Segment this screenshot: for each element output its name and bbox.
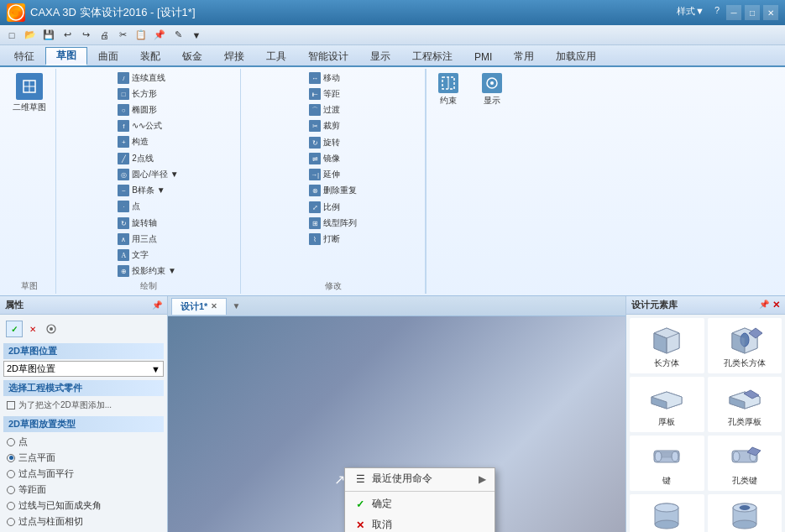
continuous-line-btn[interactable]: / 连续直线 bbox=[114, 70, 181, 86]
rotate-icon: ↻ bbox=[309, 137, 321, 149]
construct-btn[interactable]: + 构造 bbox=[114, 134, 181, 149]
help-icon[interactable]: ? bbox=[711, 5, 723, 20]
design-item-cylinder[interactable]: 圆柱体 bbox=[630, 494, 704, 532]
rectangle-btn[interactable]: □ 长方形 bbox=[114, 86, 181, 102]
bspline-btn[interactable]: ~ B样条 ▼ bbox=[114, 183, 181, 198]
right-panel-pin[interactable]: 📌 bbox=[759, 300, 769, 310]
tab-caotu[interactable]: 草图 bbox=[45, 47, 87, 65]
copy-button[interactable]: 📋 bbox=[133, 27, 149, 44]
array-icon: ⊞ bbox=[309, 217, 321, 229]
ellipse-btn[interactable]: ○ 椭圆形 bbox=[114, 102, 181, 117]
transit-icon: ⌒ bbox=[309, 104, 321, 116]
app-title: CAXA 3D 实体设计2016 - [设计1*] bbox=[30, 5, 196, 20]
transit-btn[interactable]: ⌒ 过渡 bbox=[306, 102, 360, 117]
3point-btn[interactable]: ∧ 用三点 bbox=[114, 232, 181, 247]
position-section[interactable]: 2D草图位置 bbox=[3, 343, 164, 359]
customize-quick-button[interactable]: ▼ bbox=[188, 27, 205, 44]
point-btn[interactable]: · 点 bbox=[114, 199, 181, 214]
tab-hanjie[interactable]: 焊接 bbox=[213, 47, 255, 65]
tab-zhineng[interactable]: 智能设计 bbox=[297, 47, 359, 65]
tab-xianshi[interactable]: 显示 bbox=[359, 47, 401, 65]
extend-icon: →| bbox=[309, 169, 321, 180]
constraint-main-btn[interactable]: 约束 bbox=[432, 70, 465, 109]
display-main-btn[interactable]: 显示 bbox=[475, 70, 509, 109]
menu-ok[interactable]: ✓ 确定 bbox=[345, 493, 495, 514]
tab-changyong[interactable]: 常用 bbox=[503, 47, 545, 65]
formula-btn[interactable]: f ∿∿公式 bbox=[114, 118, 181, 133]
mirror-btn[interactable]: ⇌ 镜像 bbox=[306, 151, 360, 166]
select-part-section[interactable]: 选择工程模式零件 bbox=[3, 380, 164, 396]
minimize-button[interactable]: ─ bbox=[726, 5, 741, 20]
tab-qumian[interactable]: 曲面 bbox=[87, 47, 129, 65]
rotate-axis-btn[interactable]: ↻ 旋转轴 bbox=[114, 216, 181, 231]
cut-button[interactable]: ✂ bbox=[114, 27, 131, 44]
select-button[interactable]: ✎ bbox=[170, 27, 186, 44]
prop-toolbar: ✓ ✕ bbox=[3, 318, 164, 340]
print-button[interactable]: 🖨 bbox=[96, 27, 113, 44]
constraint-content: 约束 bbox=[432, 70, 465, 292]
undo-button[interactable]: ↩ bbox=[59, 27, 76, 44]
confirm-btn[interactable]: ✓ bbox=[6, 321, 23, 337]
equidist-btn[interactable]: ⫦ 等距 bbox=[306, 86, 360, 102]
position-dropdown[interactable]: 2D草图位置 ▼ bbox=[3, 361, 164, 377]
tab-tezheng[interactable]: 特征 bbox=[3, 47, 45, 65]
tab-close-btn[interactable]: ✕ bbox=[211, 302, 217, 310]
move-btn[interactable]: ↔ 移动 bbox=[306, 70, 360, 86]
radio-3pt[interactable] bbox=[7, 454, 15, 462]
tab-dropdown-arrow[interactable]: ▼ bbox=[232, 301, 240, 310]
design-item-plate[interactable]: 厚板 bbox=[630, 377, 704, 432]
design-item-plate-hole[interactable]: 孔类厚板 bbox=[708, 377, 782, 432]
notice-checkbox[interactable] bbox=[7, 401, 15, 409]
tab-jiazai[interactable]: 加载应用 bbox=[545, 47, 607, 65]
save-button[interactable]: 💾 bbox=[40, 27, 57, 44]
2point-line-btn[interactable]: ╱ 2点线 bbox=[114, 151, 181, 166]
design-item-key-hole[interactable]: 孔类键 bbox=[708, 436, 782, 491]
tab-design1[interactable]: 设计1* ✕ bbox=[171, 298, 227, 315]
paste-button[interactable]: 📌 bbox=[151, 27, 168, 44]
design-item-key[interactable]: 键 bbox=[630, 436, 704, 491]
open-button[interactable]: 📂 bbox=[22, 27, 39, 44]
arrow-icon: ▶ bbox=[479, 473, 486, 485]
scale-btn[interactable]: ⤢ 比例 bbox=[306, 200, 360, 215]
center-area: 设计1* ✕ ▼ ☰ 最近使用命令 ▶ ✓ 确定 bbox=[168, 296, 625, 532]
modify-row-3: ⤢ 比例 ⊞ 线型阵列 ⌇ 打断 bbox=[306, 200, 360, 247]
maximize-button[interactable]: □ bbox=[745, 5, 760, 20]
design-item-cube-hole[interactable]: 孔类长方体 bbox=[708, 318, 782, 373]
ribbon-group-display: 显示 bbox=[470, 69, 514, 294]
2d-sketch-button[interactable]: 二维草图 bbox=[8, 70, 50, 279]
rotate-btn[interactable]: ↻ 旋转 bbox=[306, 135, 360, 150]
redo-button[interactable]: ↪ bbox=[77, 27, 94, 44]
right-panel-close[interactable]: ✕ bbox=[772, 300, 780, 310]
design-item-cube[interactable]: 长方体 bbox=[630, 318, 704, 373]
radio-parallel[interactable] bbox=[7, 470, 15, 478]
extend-btn[interactable]: →| 延伸 bbox=[306, 167, 360, 182]
placement-section[interactable]: 2D草图放置类型 bbox=[3, 416, 164, 432]
array-btn[interactable]: ⊞ 线型阵列 bbox=[306, 216, 360, 231]
proj-constraint-btn[interactable]: ⊕ 投影约束 ▼ bbox=[114, 263, 181, 279]
radio-equidist[interactable] bbox=[7, 486, 15, 494]
tab-zhuangpei[interactable]: 装配 bbox=[129, 47, 171, 65]
tab-bar: 设计1* ✕ ▼ bbox=[168, 296, 625, 316]
menu-recent-cmd[interactable]: ☰ 最近使用命令 ▶ bbox=[345, 468, 495, 489]
radio-point[interactable] bbox=[7, 438, 15, 446]
tab-gongcheng[interactable]: 工程标注 bbox=[401, 47, 463, 65]
trim-btn[interactable]: ✂ 裁剪 bbox=[306, 118, 360, 133]
menu-cancel[interactable]: ✕ 取消 bbox=[345, 514, 495, 532]
circle-btn[interactable]: ◎ 圆心/半径 ▼ bbox=[114, 167, 181, 182]
design-item-cylinder-hole[interactable]: 孔类圆柱体 bbox=[708, 494, 782, 532]
text-btn[interactable]: A 文字 bbox=[114, 248, 181, 263]
tab-banjin[interactable]: 钣金 bbox=[171, 47, 213, 65]
cancel-prop-btn[interactable]: ✕ bbox=[24, 321, 41, 337]
radio-tangent[interactable] bbox=[7, 518, 15, 526]
new-button[interactable]: □ bbox=[3, 27, 20, 44]
tab-pmi[interactable]: PMI bbox=[463, 47, 503, 65]
canvas-area[interactable]: ☰ 最近使用命令 ▶ ✓ 确定 ✕ 取消 预览 bbox=[168, 316, 625, 532]
pin-icon[interactable]: 📌 bbox=[152, 300, 162, 310]
radio-angle[interactable] bbox=[7, 502, 15, 510]
preview-prop-btn[interactable] bbox=[43, 321, 60, 337]
deldup-btn[interactable]: ⊗ 删除重复 bbox=[306, 183, 360, 198]
close-button[interactable]: ✕ bbox=[763, 5, 778, 20]
break-btn[interactable]: ⌇ 打断 bbox=[306, 232, 360, 247]
style-label[interactable]: 样式▼ bbox=[673, 5, 708, 20]
tab-gongju[interactable]: 工具 bbox=[255, 47, 297, 65]
